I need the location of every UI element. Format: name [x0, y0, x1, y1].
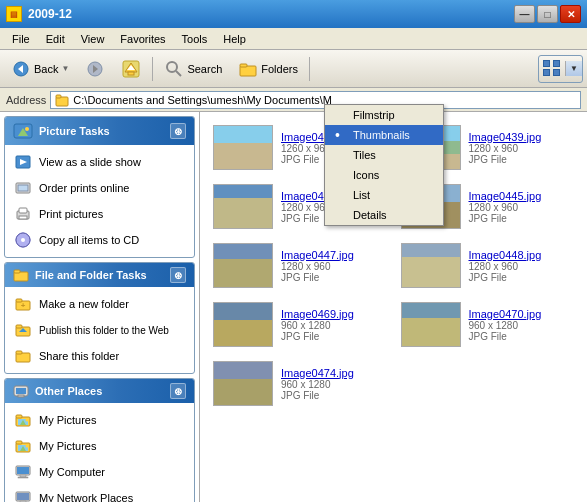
- my-network-places-item[interactable]: My Network Places: [5, 485, 194, 502]
- filmstrip-option[interactable]: Filmstrip: [325, 105, 443, 125]
- file-type: JPG File: [469, 331, 575, 342]
- file-thumbnail: [213, 302, 273, 347]
- copy-cd-icon: [13, 230, 33, 250]
- close-button[interactable]: ✕: [560, 5, 581, 23]
- file-item[interactable]: Image0448.jpg 1280 x 960 JPG File: [396, 238, 580, 293]
- file-dims: 1280 x 960: [469, 261, 575, 272]
- my-pictures-icon-1: [13, 410, 33, 430]
- file-folder-tasks-header[interactable]: File and Folder Tasks ⊛: [5, 263, 194, 287]
- menu-help[interactable]: Help: [215, 31, 254, 47]
- address-path: C:\Documents and Settings\umesh\My Docum…: [73, 94, 332, 106]
- folder-tasks-icon: [13, 268, 29, 282]
- file-thumbnail: [401, 243, 461, 288]
- view-button-main[interactable]: [539, 57, 565, 81]
- publish-folder-item[interactable]: Publish this folder to the Web: [5, 317, 194, 343]
- back-button[interactable]: Back ▼: [4, 54, 76, 84]
- my-pictures-icon-2: [13, 436, 33, 456]
- slideshow-label: View as a slide show: [39, 156, 141, 168]
- file-dims: 1280 x 960: [469, 202, 575, 213]
- file-folder-tasks-panel: File and Folder Tasks ⊛ + Make a new fol…: [4, 262, 195, 374]
- file-thumbnail: [213, 184, 273, 229]
- file-info: Image0474.jpg 960 x 1280 JPG File: [281, 367, 387, 401]
- copy-cd-item[interactable]: Copy all items to CD: [5, 227, 194, 253]
- search-button[interactable]: Search: [157, 54, 229, 84]
- menu-file[interactable]: File: [4, 31, 38, 47]
- app-icon: ▤: [6, 6, 22, 22]
- picture-tasks-collapse[interactable]: ⊛: [170, 123, 186, 139]
- publish-folder-label: Publish this folder to the Web: [39, 325, 169, 336]
- folders-button[interactable]: Folders: [231, 54, 305, 84]
- minimize-button[interactable]: —: [514, 5, 535, 23]
- other-places-title: Other Places: [35, 385, 102, 397]
- forward-button[interactable]: [78, 54, 112, 84]
- search-icon: [164, 59, 184, 79]
- file-thumbnail: [213, 361, 273, 406]
- copy-cd-label: Copy all items to CD: [39, 234, 139, 246]
- share-folder-item[interactable]: Share this folder: [5, 343, 194, 369]
- file-thumbnail: [213, 243, 273, 288]
- other-places-header[interactable]: Other Places ⊛: [5, 379, 194, 403]
- folder-icon: [55, 93, 69, 107]
- title-bar: ▤ 2009-12 — □ ✕: [0, 0, 587, 28]
- file-type: JPG File: [281, 272, 387, 283]
- up-button[interactable]: [114, 54, 148, 84]
- toolbar: Back ▼ Search: [0, 50, 587, 88]
- folders-icon: [238, 59, 258, 79]
- file-item[interactable]: Image0474.jpg 960 x 1280 JPG File: [208, 356, 392, 411]
- view-dropdown-arrow[interactable]: ▼: [565, 61, 582, 76]
- file-name: Image0470.jpg: [469, 308, 575, 320]
- file-dims: 1280 x 960: [469, 143, 575, 154]
- my-pictures-item-1[interactable]: My Pictures: [5, 407, 194, 433]
- svg-point-49: [26, 445, 29, 448]
- back-label: Back: [34, 63, 58, 75]
- order-prints-item[interactable]: Order prints online: [5, 175, 194, 201]
- svg-rect-6: [128, 72, 134, 75]
- svg-rect-11: [240, 64, 247, 67]
- address-input[interactable]: C:\Documents and Settings\umesh\My Docum…: [50, 91, 581, 109]
- tiles-option[interactable]: Tiles: [325, 145, 443, 165]
- dropdown-chevron: ▼: [570, 64, 578, 73]
- maximize-button[interactable]: □: [537, 5, 558, 23]
- menu-edit[interactable]: Edit: [38, 31, 73, 47]
- file-dims: 1280 x 960: [281, 261, 387, 272]
- svg-point-8: [167, 62, 177, 72]
- menu-favorites[interactable]: Favorites: [112, 31, 173, 47]
- my-pictures-item-2[interactable]: My Pictures: [5, 433, 194, 459]
- svg-rect-22: [19, 208, 27, 213]
- menu-view[interactable]: View: [73, 31, 113, 47]
- other-places-collapse[interactable]: ⊛: [170, 383, 186, 399]
- search-label: Search: [187, 63, 222, 75]
- slideshow-item[interactable]: View as a slide show: [5, 149, 194, 175]
- other-places-panel: Other Places ⊛ My Pictures: [4, 378, 195, 502]
- share-folder-icon: [13, 346, 33, 366]
- menu-tools[interactable]: Tools: [174, 31, 216, 47]
- file-info: Image0447.jpg 1280 x 960 JPG File: [281, 249, 387, 283]
- file-info: Image0470.jpg 960 x 1280 JPG File: [469, 308, 575, 342]
- print-pictures-item[interactable]: Print pictures: [5, 201, 194, 227]
- file-folder-tasks-collapse[interactable]: ⊛: [170, 267, 186, 283]
- menu-bar: File Edit View Favorites Tools Help: [0, 28, 587, 50]
- details-option[interactable]: Details: [325, 205, 443, 225]
- file-dims: 960 x 1280: [469, 320, 575, 331]
- svg-rect-13: [56, 95, 61, 98]
- thumbnails-option[interactable]: Thumbnails: [325, 125, 443, 145]
- svg-rect-46: [16, 441, 22, 444]
- my-computer-item[interactable]: My Computer: [5, 459, 194, 485]
- list-option[interactable]: List: [325, 185, 443, 205]
- icons-option[interactable]: Icons: [325, 165, 443, 185]
- svg-rect-23: [19, 216, 27, 219]
- svg-point-16: [25, 127, 29, 131]
- file-dims: 960 x 1280: [281, 379, 387, 390]
- picture-tasks-icon: [13, 121, 33, 141]
- picture-tasks-header[interactable]: Picture Tasks ⊛: [5, 117, 194, 145]
- other-places-content: My Pictures My Pictures: [5, 403, 194, 502]
- view-button[interactable]: ▼: [538, 55, 583, 83]
- my-computer-label: My Computer: [39, 466, 105, 478]
- file-item[interactable]: Image0470.jpg 960 x 1280 JPG File: [396, 297, 580, 352]
- window-controls: — □ ✕: [514, 5, 581, 23]
- other-places-icon: [13, 384, 29, 398]
- picture-tasks-title: Picture Tasks: [39, 125, 110, 137]
- new-folder-item[interactable]: + Make a new folder: [5, 291, 194, 317]
- file-item[interactable]: Image0447.jpg 1280 x 960 JPG File: [208, 238, 392, 293]
- file-item[interactable]: Image0469.jpg 960 x 1280 JPG File: [208, 297, 392, 352]
